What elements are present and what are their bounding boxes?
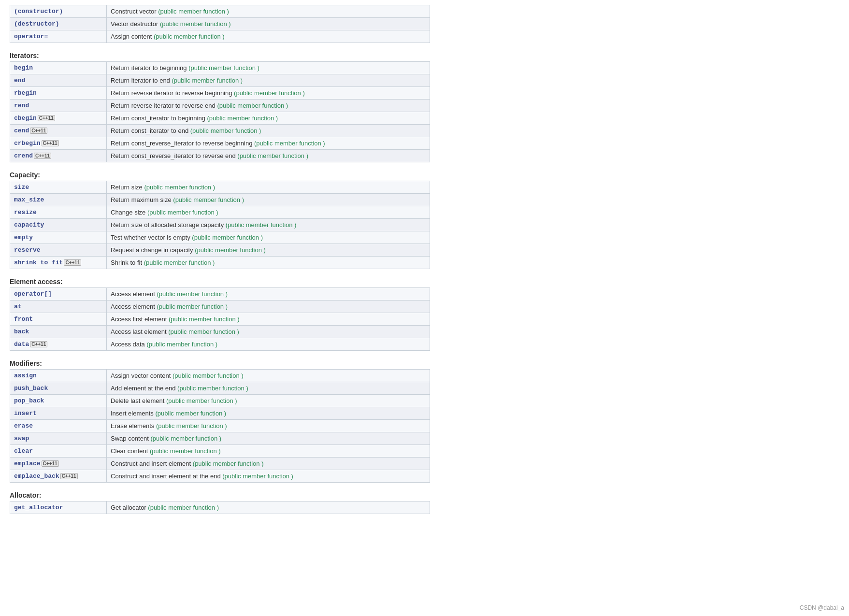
function-name[interactable]: pop_back [10,395,107,407]
function-type-link[interactable]: (public member function ) [160,20,231,28]
function-type-link[interactable]: (public member function ) [195,246,266,254]
function-name[interactable]: empty [10,231,107,244]
function-type-link[interactable]: (public member function ) [177,385,248,392]
function-link[interactable]: emplace [14,460,41,467]
function-link[interactable]: max_size [14,196,44,203]
function-type-link[interactable]: (public member function ) [157,290,228,298]
function-name[interactable]: back [10,326,107,338]
function-type-link[interactable]: (public member function ) [150,435,221,442]
function-name[interactable]: cbeginC++11 [10,112,107,125]
function-name[interactable]: resize [10,206,107,219]
function-link[interactable]: size [14,184,29,191]
function-type-link[interactable]: (public member function ) [150,447,221,455]
function-type-link[interactable]: (public member function ) [147,209,218,216]
function-name[interactable]: max_size [10,194,107,206]
function-name[interactable]: crendC++11 [10,150,107,162]
function-link[interactable]: data [14,341,29,348]
function-type-link[interactable]: (public member function ) [148,504,219,511]
function-type-link[interactable]: (public member function ) [169,315,240,323]
function-link[interactable]: operator= [14,33,48,40]
function-type-link[interactable]: (public member function ) [158,8,229,15]
function-link[interactable]: back [14,328,29,335]
function-name[interactable]: dataC++11 [10,338,107,351]
function-link[interactable]: empty [14,234,33,241]
function-type-link[interactable]: (public member function ) [144,259,215,266]
function-link[interactable]: cbegin [14,115,37,122]
function-type-link[interactable]: (public member function ) [156,422,227,430]
function-link[interactable]: shrink_to_fit [14,259,63,266]
function-link[interactable]: erase [14,422,33,430]
function-type-link[interactable]: (public member function ) [234,89,305,97]
function-type-link[interactable]: (public member function ) [193,460,264,467]
function-type-link[interactable]: (public member function ) [217,102,288,109]
function-link[interactable]: capacity [14,221,44,229]
function-name[interactable]: reserve [10,244,107,257]
function-name[interactable]: emplace_backC++11 [10,470,107,483]
function-link[interactable]: get_allocator [14,504,63,511]
function-type-link[interactable]: (public member function ) [222,473,293,480]
function-name[interactable]: cendC++11 [10,125,107,137]
function-type-link[interactable]: (public member function ) [157,303,228,310]
function-type-link[interactable]: (public member function ) [188,64,259,72]
function-type-link[interactable]: (public member function ) [166,397,237,404]
function-link[interactable]: crend [14,152,33,159]
function-type-link[interactable]: (public member function ) [144,184,215,191]
function-type-link[interactable]: (public member function ) [146,341,217,348]
function-link[interactable]: rbegin [14,89,37,97]
function-name[interactable]: clear [10,445,107,458]
function-name[interactable]: begin [10,62,107,74]
function-name[interactable]: end [10,74,107,87]
function-link[interactable]: front [14,315,33,323]
function-name[interactable]: get_allocator [10,501,107,514]
function-name[interactable]: (constructor) [10,5,107,18]
function-name[interactable]: capacity [10,219,107,231]
function-link[interactable]: cend [14,127,29,134]
function-link[interactable]: rend [14,102,29,109]
function-name[interactable]: shrink_to_fitC++11 [10,257,107,269]
function-link[interactable]: at [14,303,22,310]
function-link[interactable]: (constructor) [14,8,63,15]
function-link[interactable]: insert [14,410,37,417]
function-type-link[interactable]: (public member function ) [173,196,244,203]
function-link[interactable]: pop_back [14,397,44,404]
function-type-link[interactable]: (public member function ) [172,77,243,84]
function-link[interactable]: operator[] [14,290,52,298]
function-link[interactable]: emplace_back [14,473,59,480]
function-link[interactable]: reserve [14,246,41,254]
function-name[interactable]: (destructor) [10,18,107,30]
function-name[interactable]: operator= [10,30,107,43]
function-type-link[interactable]: (public member function ) [156,410,227,417]
table-row: swapSwap content (public member function… [10,432,430,445]
function-type-link[interactable]: (public member function ) [190,127,261,134]
function-name[interactable]: crbeginC++11 [10,137,107,150]
function-name[interactable]: push_back [10,382,107,395]
function-name[interactable]: rbegin [10,87,107,100]
function-type-link[interactable]: (public member function ) [237,152,308,159]
function-type-link[interactable]: (public member function ) [207,115,278,122]
function-link[interactable]: resize [14,209,37,216]
function-name[interactable]: front [10,313,107,326]
function-link[interactable]: end [14,77,25,84]
function-name[interactable]: size [10,181,107,194]
function-link[interactable]: begin [14,64,33,72]
function-type-link[interactable]: (public member function ) [154,33,225,40]
function-type-link[interactable]: (public member function ) [192,234,263,241]
function-name[interactable]: erase [10,420,107,432]
function-name[interactable]: insert [10,407,107,420]
function-type-link[interactable]: (public member function ) [254,140,325,147]
function-link[interactable]: push_back [14,385,48,392]
function-type-link[interactable]: (public member function ) [173,372,244,379]
function-name[interactable]: rend [10,100,107,112]
function-link[interactable]: assign [14,372,37,379]
function-link[interactable]: crbegin [14,140,41,147]
function-link[interactable]: swap [14,435,29,442]
function-link[interactable]: (destructor) [14,20,59,28]
function-name[interactable]: at [10,301,107,313]
function-type-link[interactable]: (public member function ) [226,221,297,229]
function-type-link[interactable]: (public member function ) [168,328,239,335]
function-name[interactable]: emplaceC++11 [10,458,107,470]
function-name[interactable]: operator[] [10,288,107,301]
function-name[interactable]: swap [10,432,107,445]
function-name[interactable]: assign [10,370,107,382]
function-link[interactable]: clear [14,447,33,455]
